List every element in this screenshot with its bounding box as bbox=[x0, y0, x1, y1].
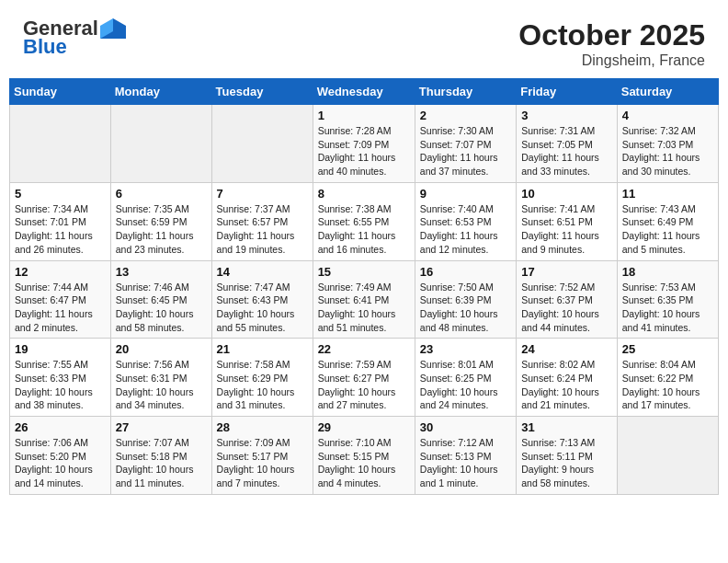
day-info: Sunrise: 7:40 AMSunset: 6:53 PMDaylight:… bbox=[420, 202, 511, 257]
day-number: 21 bbox=[217, 342, 308, 356]
calendar-cell: 7Sunrise: 7:37 AMSunset: 6:57 PMDaylight… bbox=[211, 182, 313, 260]
weekday-header-wednesday: Wednesday bbox=[313, 79, 415, 105]
day-info: Sunrise: 7:13 AMSunset: 5:11 PMDaylight:… bbox=[521, 436, 612, 490]
day-number: 5 bbox=[15, 187, 106, 201]
day-number: 6 bbox=[116, 187, 207, 201]
calendar-cell: 2Sunrise: 7:30 AMSunset: 7:07 PMDaylight… bbox=[415, 105, 516, 183]
day-number: 12 bbox=[15, 265, 106, 279]
day-info: Sunrise: 7:07 AMSunset: 5:18 PMDaylight:… bbox=[116, 436, 207, 490]
calendar-cell: 10Sunrise: 7:41 AMSunset: 6:51 PMDayligh… bbox=[517, 182, 618, 260]
day-number: 3 bbox=[521, 109, 612, 122]
location-heading: Dingsheim, France bbox=[518, 52, 705, 69]
day-number: 16 bbox=[420, 265, 511, 279]
calendar-cell: 1Sunrise: 7:28 AMSunset: 7:09 PMDaylight… bbox=[313, 105, 415, 183]
calendar-week-row: 5Sunrise: 7:34 AMSunset: 7:01 PMDaylight… bbox=[10, 182, 719, 260]
calendar-header-row: SundayMondayTuesdayWednesdayThursdayFrid… bbox=[10, 79, 719, 105]
day-number: 17 bbox=[521, 265, 612, 279]
calendar-cell: 31Sunrise: 7:13 AMSunset: 5:11 PMDayligh… bbox=[517, 417, 618, 495]
calendar-week-row: 26Sunrise: 7:06 AMSunset: 5:20 PMDayligh… bbox=[10, 417, 719, 495]
calendar-cell bbox=[617, 417, 718, 495]
calendar-cell: 29Sunrise: 7:10 AMSunset: 5:15 PMDayligh… bbox=[313, 417, 415, 495]
logo-blue-text: Blue bbox=[23, 35, 67, 59]
calendar-cell: 20Sunrise: 7:56 AMSunset: 6:31 PMDayligh… bbox=[110, 339, 211, 417]
calendar-cell: 8Sunrise: 7:38 AMSunset: 6:55 PMDaylight… bbox=[313, 182, 415, 260]
calendar-cell: 4Sunrise: 7:32 AMSunset: 7:03 PMDaylight… bbox=[617, 105, 718, 183]
day-number: 20 bbox=[116, 342, 207, 356]
weekday-header-sunday: Sunday bbox=[10, 79, 111, 105]
day-info: Sunrise: 7:56 AMSunset: 6:31 PMDaylight:… bbox=[116, 358, 207, 412]
calendar-cell: 15Sunrise: 7:49 AMSunset: 6:41 PMDayligh… bbox=[313, 260, 415, 339]
calendar-table: SundayMondayTuesdayWednesdayThursdayFrid… bbox=[9, 78, 719, 495]
day-number: 23 bbox=[420, 342, 511, 356]
day-number: 2 bbox=[420, 109, 511, 122]
month-heading: October 2025 bbox=[518, 18, 705, 52]
weekday-header-saturday: Saturday bbox=[617, 79, 718, 105]
day-number: 19 bbox=[15, 342, 106, 356]
calendar-cell: 26Sunrise: 7:06 AMSunset: 5:20 PMDayligh… bbox=[10, 417, 111, 495]
calendar-cell: 3Sunrise: 7:31 AMSunset: 7:05 PMDaylight… bbox=[517, 105, 618, 183]
calendar-cell bbox=[211, 105, 313, 183]
calendar-week-row: 12Sunrise: 7:44 AMSunset: 6:47 PMDayligh… bbox=[10, 260, 719, 339]
weekday-header-friday: Friday bbox=[517, 79, 618, 105]
day-number: 22 bbox=[318, 342, 410, 356]
page-header: General Blue October 2025 Dingsheim, Fra… bbox=[9, 9, 719, 74]
calendar-cell: 27Sunrise: 7:07 AMSunset: 5:18 PMDayligh… bbox=[110, 417, 211, 495]
calendar-cell bbox=[110, 105, 211, 183]
day-number: 1 bbox=[318, 109, 410, 122]
day-number: 29 bbox=[318, 420, 410, 434]
calendar-cell: 24Sunrise: 8:02 AMSunset: 6:24 PMDayligh… bbox=[517, 339, 618, 417]
weekday-header-tuesday: Tuesday bbox=[211, 79, 313, 105]
day-info: Sunrise: 7:31 AMSunset: 7:05 PMDaylight:… bbox=[521, 124, 612, 178]
logo-icon bbox=[100, 18, 126, 39]
calendar-cell: 23Sunrise: 8:01 AMSunset: 6:25 PMDayligh… bbox=[415, 339, 516, 417]
day-info: Sunrise: 7:32 AMSunset: 7:03 PMDaylight:… bbox=[622, 124, 713, 178]
day-info: Sunrise: 7:49 AMSunset: 6:41 PMDaylight:… bbox=[318, 281, 410, 335]
calendar-cell: 13Sunrise: 7:46 AMSunset: 6:45 PMDayligh… bbox=[110, 260, 211, 339]
calendar-cell: 17Sunrise: 7:52 AMSunset: 6:37 PMDayligh… bbox=[517, 260, 618, 339]
day-number: 28 bbox=[217, 420, 308, 434]
day-number: 9 bbox=[420, 187, 511, 201]
day-info: Sunrise: 7:34 AMSunset: 7:01 PMDaylight:… bbox=[15, 202, 106, 257]
calendar-cell: 28Sunrise: 7:09 AMSunset: 5:17 PMDayligh… bbox=[211, 417, 313, 495]
day-number: 8 bbox=[318, 187, 410, 201]
day-info: Sunrise: 7:52 AMSunset: 6:37 PMDaylight:… bbox=[521, 281, 612, 335]
calendar-week-row: 1Sunrise: 7:28 AMSunset: 7:09 PMDaylight… bbox=[10, 105, 719, 183]
calendar-cell: 30Sunrise: 7:12 AMSunset: 5:13 PMDayligh… bbox=[415, 417, 516, 495]
day-info: Sunrise: 7:30 AMSunset: 7:07 PMDaylight:… bbox=[420, 124, 511, 178]
day-number: 24 bbox=[521, 342, 612, 356]
calendar-cell: 14Sunrise: 7:47 AMSunset: 6:43 PMDayligh… bbox=[211, 260, 313, 339]
calendar-cell bbox=[10, 105, 111, 183]
day-info: Sunrise: 7:55 AMSunset: 6:33 PMDaylight:… bbox=[15, 358, 106, 412]
day-number: 25 bbox=[622, 342, 713, 356]
calendar-cell: 11Sunrise: 7:43 AMSunset: 6:49 PMDayligh… bbox=[617, 182, 718, 260]
day-number: 13 bbox=[116, 265, 207, 279]
calendar-cell: 5Sunrise: 7:34 AMSunset: 7:01 PMDaylight… bbox=[10, 182, 111, 260]
calendar-cell: 16Sunrise: 7:50 AMSunset: 6:39 PMDayligh… bbox=[415, 260, 516, 339]
weekday-header-monday: Monday bbox=[110, 79, 211, 105]
calendar-cell: 22Sunrise: 7:59 AMSunset: 6:27 PMDayligh… bbox=[313, 339, 415, 417]
day-info: Sunrise: 8:01 AMSunset: 6:25 PMDaylight:… bbox=[420, 358, 511, 412]
day-info: Sunrise: 7:44 AMSunset: 6:47 PMDaylight:… bbox=[15, 281, 106, 335]
day-info: Sunrise: 7:28 AMSunset: 7:09 PMDaylight:… bbox=[318, 124, 410, 178]
day-info: Sunrise: 7:43 AMSunset: 6:49 PMDaylight:… bbox=[622, 202, 713, 257]
calendar-cell: 12Sunrise: 7:44 AMSunset: 6:47 PMDayligh… bbox=[10, 260, 111, 339]
day-info: Sunrise: 8:02 AMSunset: 6:24 PMDaylight:… bbox=[521, 358, 612, 412]
day-info: Sunrise: 7:46 AMSunset: 6:45 PMDaylight:… bbox=[116, 281, 207, 335]
day-info: Sunrise: 8:04 AMSunset: 6:22 PMDaylight:… bbox=[622, 358, 713, 412]
calendar-cell: 19Sunrise: 7:55 AMSunset: 6:33 PMDayligh… bbox=[10, 339, 111, 417]
day-info: Sunrise: 7:06 AMSunset: 5:20 PMDaylight:… bbox=[15, 436, 106, 490]
day-number: 18 bbox=[622, 265, 713, 279]
calendar-cell: 25Sunrise: 8:04 AMSunset: 6:22 PMDayligh… bbox=[617, 339, 718, 417]
day-info: Sunrise: 7:58 AMSunset: 6:29 PMDaylight:… bbox=[217, 358, 308, 412]
day-info: Sunrise: 7:09 AMSunset: 5:17 PMDaylight:… bbox=[217, 436, 308, 490]
day-info: Sunrise: 7:38 AMSunset: 6:55 PMDaylight:… bbox=[318, 202, 410, 257]
calendar-cell: 6Sunrise: 7:35 AMSunset: 6:59 PMDaylight… bbox=[110, 182, 211, 260]
day-number: 10 bbox=[521, 187, 612, 201]
weekday-header-thursday: Thursday bbox=[415, 79, 516, 105]
day-number: 14 bbox=[217, 265, 308, 279]
day-info: Sunrise: 7:50 AMSunset: 6:39 PMDaylight:… bbox=[420, 281, 511, 335]
day-info: Sunrise: 7:47 AMSunset: 6:43 PMDaylight:… bbox=[217, 281, 308, 335]
day-number: 11 bbox=[622, 187, 713, 201]
day-info: Sunrise: 7:37 AMSunset: 6:57 PMDaylight:… bbox=[217, 202, 308, 257]
calendar-cell: 9Sunrise: 7:40 AMSunset: 6:53 PMDaylight… bbox=[415, 182, 516, 260]
